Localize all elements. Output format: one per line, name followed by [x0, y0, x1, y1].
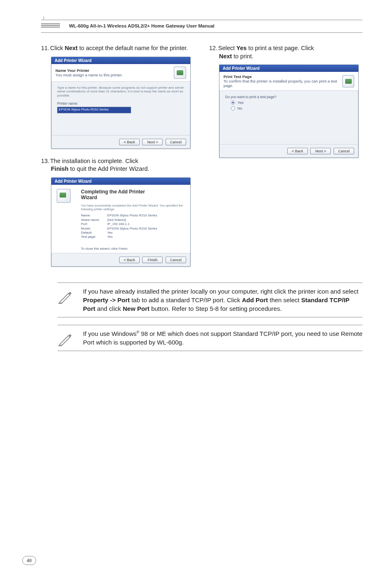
next-button[interactable]: Next > [310, 148, 331, 154]
printer-icon [342, 75, 354, 87]
page-number: 48 [22, 556, 36, 565]
cancel-button[interactable]: Cancel [334, 148, 354, 154]
cancel-button[interactable]: Cancel [166, 257, 186, 263]
note-2-text: If you use Windows® 98 or ME which does … [83, 329, 362, 347]
back-button[interactable]: < Back [119, 139, 140, 145]
radio-yes[interactable]: Yes [231, 101, 353, 105]
printer-name-label: Printer name: [57, 101, 184, 106]
printer-icon [57, 189, 71, 203]
wizard-closing-text: To close this wizard, click Finish. [81, 247, 185, 250]
page-header: WL-600g All-in-1 Wireless ADSL2/2+ Home … [69, 23, 214, 28]
note-icon [58, 289, 73, 304]
manual-logo-icon [41, 21, 64, 31]
wizard-finish-subtitle: You have successfully completed the Add … [81, 204, 185, 211]
finish-settings-list: Name:EPSON Stylus Photo R210 Series Shar… [81, 214, 185, 239]
back-button[interactable]: < Back [119, 257, 140, 263]
wizard-test-page: Add Printer Wizard Print Test Page To co… [219, 64, 359, 158]
wizard-titlebar: Add Printer Wizard [219, 65, 358, 72]
note-icon [58, 331, 73, 347]
next-button[interactable]: Next > [142, 139, 163, 145]
printer-name-input[interactable]: EPSON Stylus Photo R210 Series [57, 107, 131, 113]
note-1-text: If you have already installed the printe… [83, 287, 362, 313]
test-page-question: Do you want to print a test page? [225, 95, 353, 99]
back-button[interactable]: < Back [287, 148, 308, 154]
wizard-name-printer: Add Printer Wizard Name Your Printer You… [51, 57, 191, 149]
wizard-heading: Print Test Page [224, 74, 251, 79]
wizard-titlebar: Add Printer Wizard [51, 178, 190, 185]
step-12-text: 12.Select Yes to print a test page. Clic… [209, 44, 362, 60]
wizard-complete: Add Printer Wizard Completing the Add Pr… [51, 177, 191, 267]
wizard-heading: Name Your Printer [55, 68, 90, 73]
wizard-titlebar: Add Printer Wizard [51, 57, 190, 64]
finish-button[interactable]: Finish [142, 257, 163, 263]
printer-icon [174, 67, 186, 79]
wizard-finish-title: Completing the Add PrinterWizard [81, 189, 185, 201]
wizard-subheading: You must assign a name to this printer. [55, 73, 122, 77]
radio-no[interactable]: No [231, 106, 353, 110]
step-11-text: 11.Click Next to accept the default name… [41, 44, 194, 53]
wizard-subheading: To confirm that the printer is installed… [224, 79, 337, 88]
cancel-button[interactable]: Cancel [166, 139, 186, 145]
wizard-description: Type a name for this printer. Because so… [57, 86, 184, 98]
step-13-text: 13.The installation is complete. Click F… [41, 157, 194, 173]
